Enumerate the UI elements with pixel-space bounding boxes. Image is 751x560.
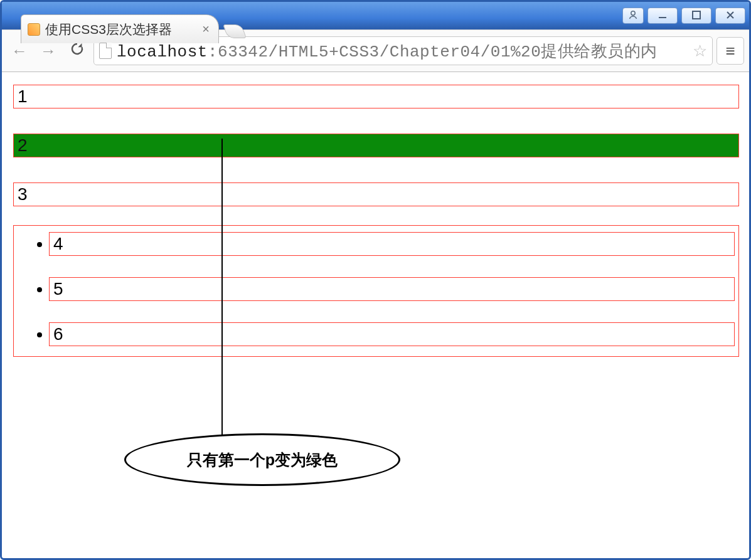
page-icon: [99, 43, 112, 59]
bullet-list: 4 5 6: [18, 232, 735, 346]
item-2-highlighted: 2: [13, 134, 739, 157]
list-item: 5: [51, 277, 735, 301]
url-host: localhost: [117, 43, 208, 61]
annotation-callout: 只有第一个p变为绿色: [124, 433, 400, 486]
user-icon: [628, 10, 638, 21]
reload-icon: [70, 41, 85, 60]
annotation-text: 只有第一个p变为绿色: [187, 450, 338, 470]
minimize-button[interactable]: [647, 8, 678, 24]
bookmark-star-button[interactable]: ☆: [693, 41, 707, 61]
page-viewport: 1 2 3 4 5 6 只有第一个p变为绿色: [2, 72, 749, 559]
tab-title: 使用CSS3层次选择器: [45, 21, 194, 38]
main-menu-button[interactable]: ≡: [716, 37, 744, 65]
new-tab-button[interactable]: [223, 24, 247, 38]
url-path: :63342/HTML5+CSS3/Chapter04/01%20提供给教员的内: [208, 43, 658, 61]
tab-close-button[interactable]: ×: [200, 22, 212, 36]
maximize-button[interactable]: [681, 8, 711, 24]
list-container: 4 5 6: [13, 225, 739, 357]
star-icon: ☆: [693, 41, 707, 60]
arrow-right-icon: →: [40, 41, 56, 61]
svg-rect-1: [659, 17, 666, 18]
list-item-inner: 5: [49, 277, 735, 301]
tab-strip: 使用CSS3层次选择器 ×: [21, 14, 244, 43]
annotation-line: [221, 139, 223, 453]
user-switch-button[interactable]: [622, 8, 644, 24]
svg-rect-2: [693, 11, 700, 19]
list-item-inner: 6: [49, 322, 735, 346]
item-3: 3: [13, 182, 739, 206]
browser-tab-active[interactable]: 使用CSS3层次选择器 ×: [21, 14, 219, 43]
favicon-icon: [28, 23, 40, 36]
hamburger-icon: ≡: [725, 41, 735, 61]
maximize-icon: [691, 10, 701, 21]
list-item: 4: [51, 232, 735, 256]
svg-point-0: [631, 11, 635, 15]
list-item-inner: 4: [49, 232, 735, 256]
item-1: 1: [13, 85, 739, 108]
close-icon: [725, 10, 735, 21]
close-window-button[interactable]: [715, 8, 745, 24]
minimize-icon: [658, 10, 668, 21]
list-item: 6: [51, 322, 735, 346]
arrow-left-icon: ←: [11, 41, 28, 61]
browser-window: 使用CSS3层次选择器 × ← → localhost:63342/HTML5+…: [0, 0, 751, 560]
